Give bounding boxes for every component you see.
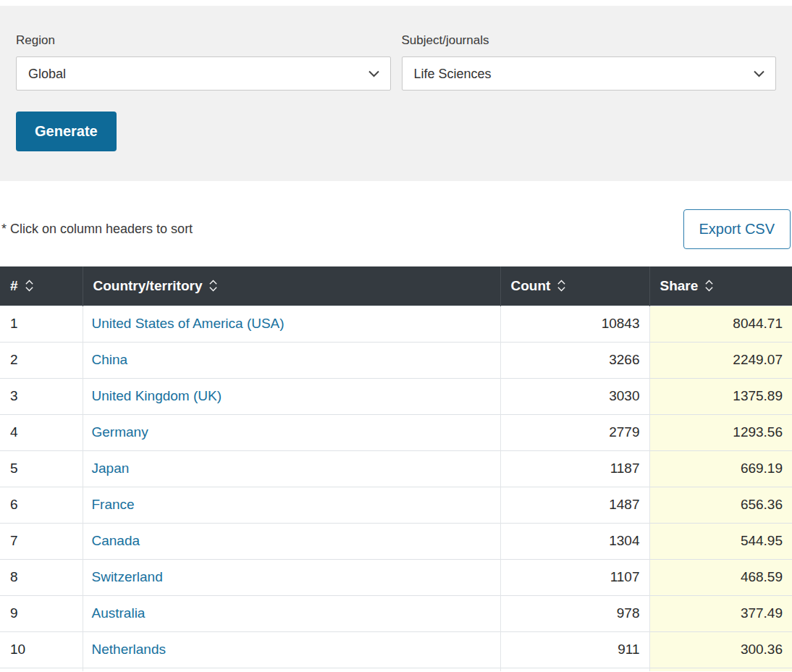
rank-cell: 3 [0,378,83,414]
table-row: 8 Switzerland 1107 468.59 [0,559,792,595]
count-cell: 1487 [500,487,649,523]
column-label: Country/territory [93,278,203,294]
column-label: Share [660,278,699,294]
country-cell: Australia [83,595,500,631]
table-row: 10 Netherlands 911 300.36 [0,631,792,668]
share-cell: 544.95 [649,523,792,559]
table-row: 4 Germany 2779 1293.56 [0,414,792,450]
count-cell: 1187 [500,450,649,487]
sort-icon [704,279,714,293]
table-row: 7 Canada 1304 544.95 [0,523,792,559]
rank-cell: 1 [0,306,83,342]
table-body: 1 United States of America (USA) 10843 8… [0,306,792,668]
column-label: Count [511,278,551,294]
region-select[interactable]: Global [16,56,391,91]
country-cell: Netherlands [83,631,500,668]
region-label: Region [16,33,391,48]
share-cell: 669.19 [649,450,792,487]
country-cell: China [83,342,500,378]
column-label: # [10,278,18,294]
subject-filter-group: Subject/journals Life Sciences [402,33,777,91]
country-link[interactable]: United States of America (USA) [92,316,285,331]
table-toolbar: * Click on column headers to sort Export… [0,181,792,266]
country-link[interactable]: France [92,497,135,512]
table-row: 6 France 1487 656.36 [0,487,792,523]
share-cell: 468.59 [649,559,792,595]
table-row: 2 China 3266 2249.07 [0,342,792,378]
share-cell: 1375.89 [649,378,792,414]
rank-cell: 7 [0,523,83,559]
country-cell: Switzerland [83,559,500,595]
column-header-share[interactable]: Share [649,266,792,306]
table-row: 9 Australia 978 377.49 [0,595,792,631]
table-row: 3 United Kingdom (UK) 3030 1375.89 [0,378,792,414]
count-cell: 1304 [500,523,649,559]
count-cell: 10843 [500,306,649,342]
sort-icon [25,279,34,293]
country-link[interactable]: China [92,352,128,367]
count-cell: 978 [500,595,649,631]
count-cell: 3266 [500,342,649,378]
country-link[interactable]: Netherlands [92,642,166,657]
share-cell: 377.49 [649,595,792,631]
share-cell: 2249.07 [649,342,792,378]
sort-hint-text: * Click on column headers to sort [1,222,193,237]
share-cell: 656.36 [649,487,792,523]
rank-cell: 5 [0,450,83,487]
count-cell: 911 [500,631,649,668]
country-cell: France [83,487,500,523]
country-cell: Japan [83,450,500,487]
column-header-rank[interactable]: # [0,266,83,306]
table-row: 5 Japan 1187 669.19 [0,450,792,487]
rank-cell: 2 [0,342,83,378]
sort-icon [557,279,566,293]
country-link[interactable]: Canada [92,533,140,548]
rank-cell: 9 [0,595,83,631]
country-cell: Canada [83,523,500,559]
country-cell: Germany [83,414,500,450]
rank-cell: 4 [0,414,83,450]
country-link[interactable]: Japan [92,461,130,476]
rank-cell: 8 [0,559,83,595]
share-cell: 300.36 [649,631,792,668]
subject-label: Subject/journals [402,33,777,48]
country-cell: United Kingdom (UK) [83,378,500,414]
generate-button[interactable]: Generate [16,112,117,151]
country-cell: United States of America (USA) [83,306,500,342]
count-cell: 3030 [500,378,649,414]
results-table: # Country/territory [0,266,792,671]
rank-cell: 10 [0,631,83,668]
column-header-count[interactable]: Count [500,266,649,306]
sort-icon [208,279,218,293]
share-cell: 8044.71 [649,306,792,342]
rank-cell: 6 [0,487,83,523]
table-row: 1 United States of America (USA) 10843 8… [0,306,792,342]
region-filter-group: Region Global [16,33,391,91]
table-cutoff-row [0,668,792,671]
count-cell: 1107 [500,559,649,595]
country-link[interactable]: Australia [92,605,146,621]
country-link[interactable]: United Kingdom (UK) [92,388,222,403]
country-link[interactable]: Germany [92,424,148,440]
subject-select[interactable]: Life Sciences [402,56,777,91]
share-cell: 1293.56 [649,414,792,450]
filter-panel: Region Global Subject/journals Life Scie… [0,6,792,181]
country-link[interactable]: Switzerland [92,569,163,584]
column-header-country[interactable]: Country/territory [83,266,500,306]
table-header: # Country/territory [0,266,792,306]
count-cell: 2779 [500,414,649,450]
export-csv-button[interactable]: Export CSV [683,209,791,249]
